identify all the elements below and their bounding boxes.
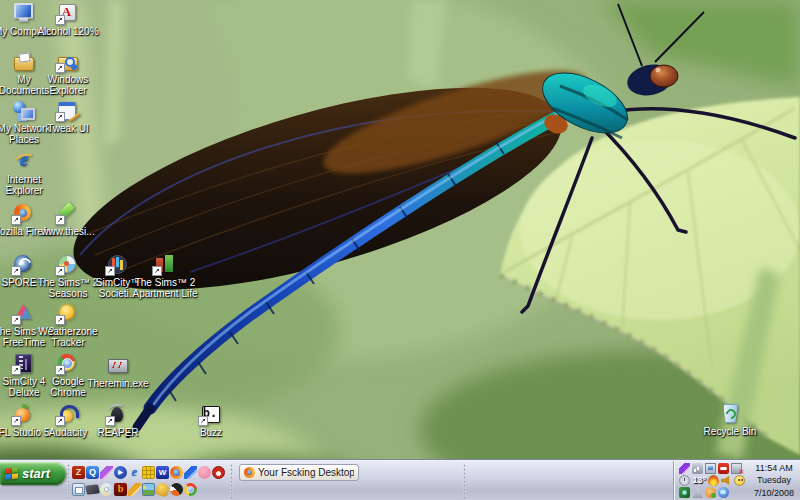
quick-launch-row: [72, 481, 228, 498]
desktop-icon-label: The Sims™ 2 Apartment Life: [132, 277, 198, 299]
fl-studio-icon: [13, 404, 35, 424]
shortcut-arrow-icon: [55, 63, 65, 73]
stylus-tray-icon[interactable]: [679, 463, 690, 474]
start-button[interactable]: start: [0, 462, 66, 485]
recycle-bin-icon: [719, 403, 741, 423]
toolbar-drag-handle[interactable]: [230, 464, 233, 498]
audacity-icon: [57, 404, 79, 424]
toolbar-drag-handle[interactable]: [67, 464, 70, 498]
desktop-icon-weatherzone-tracker[interactable]: Weatherzone Tracker: [35, 303, 101, 348]
media-app-icon[interactable]: [170, 483, 183, 496]
display-tray-icon[interactable]: [705, 463, 716, 474]
sims2-seasons-icon: [57, 254, 79, 274]
word-icon[interactable]: [156, 466, 169, 479]
desktop-icon-label: Theremin.exe: [85, 378, 151, 389]
clock-tray-icon[interactable]: [679, 475, 690, 486]
desktop-icon-label: Alcohol 120%: [35, 26, 101, 37]
network-error-tray-icon[interactable]: [731, 463, 742, 474]
firefox-icon: [244, 467, 255, 478]
desktop-icon-internet-explorer[interactable]: Internet Explorer: [0, 151, 57, 196]
shortcut-arrow-icon: [11, 365, 21, 375]
taskbar-window-button[interactable]: Your Fscking Desktop...: [239, 464, 359, 481]
grid-app-icon[interactable]: [142, 466, 155, 479]
clock-date: 7/10/2008: [750, 487, 798, 500]
internet-explorer-icon[interactable]: [128, 466, 141, 479]
quick-launch-row: [72, 464, 228, 481]
clock-day: Tuesday: [750, 474, 798, 487]
dark-app-icon[interactable]: [85, 484, 100, 494]
desktop-icon-alcohol[interactable]: Alcohol 120%: [35, 3, 101, 37]
desktop-icon-sims2-apartment-life[interactable]: The Sims™ 2 Apartment Life: [132, 254, 198, 299]
gold-pencil-icon[interactable]: [128, 483, 141, 496]
desktop-icon-label: Weatherzone Tracker: [35, 326, 101, 348]
shortcut-arrow-icon: [105, 266, 115, 276]
stylus-icon[interactable]: [100, 466, 113, 479]
wallpaper-damselfly-photo: [0, 0, 800, 460]
desktop-icon-theremin[interactable]: Theremin.exe: [85, 355, 151, 389]
shortcut-arrow-icon: [55, 215, 65, 225]
shortcut-arrow-icon: [55, 266, 65, 276]
media-player-icon[interactable]: [114, 466, 127, 479]
desktop-icon-buzz[interactable]: Buzz: [178, 404, 244, 438]
tray-clock[interactable]: 11:54 AM Tuesday 7/10/2008: [750, 462, 798, 500]
windows-logo-icon: [5, 467, 18, 480]
quick-launch-toolbar: [72, 464, 228, 498]
sims-plumbob-icon: [57, 203, 79, 223]
weatherzone-tracker-icon: [57, 303, 79, 323]
pencil-icon[interactable]: [184, 466, 197, 479]
shortcut-arrow-icon: [55, 15, 65, 25]
opera-icon[interactable]: [212, 466, 225, 479]
shortcut-arrow-icon: [105, 416, 115, 426]
desktop-icon-label: Internet Explorer: [0, 174, 57, 196]
globe-tray-icon[interactable]: [718, 487, 729, 498]
reaper-icon: [107, 404, 129, 424]
shortcut-arrow-icon: [11, 315, 21, 325]
pink-app-icon[interactable]: [198, 466, 211, 479]
flame-tray-icon[interactable]: [708, 475, 719, 486]
chrome-icon: [57, 353, 79, 373]
temperature-reading[interactable]: 13°: [692, 475, 706, 486]
b-app-icon[interactable]: [114, 483, 127, 496]
spore-icon: [13, 254, 35, 274]
image-viewer-icon[interactable]: [142, 483, 155, 496]
cd-burner-icon[interactable]: [100, 483, 113, 496]
shortcut-arrow-icon: [198, 416, 208, 426]
sims2-apartment-life-icon: [154, 254, 176, 274]
my-network-places-icon: [13, 100, 35, 120]
start-button-label: start: [22, 467, 50, 480]
desktop-icon-windows-explorer[interactable]: Windows Explorer: [35, 51, 101, 96]
windows-explorer-icon: [57, 51, 79, 71]
my-documents-icon: [13, 51, 35, 71]
theremin-icon: [107, 355, 129, 375]
internet-explorer-icon: [13, 151, 35, 171]
desktop-icon-label: www.thesi...: [35, 226, 101, 237]
filezilla-icon[interactable]: [72, 466, 85, 479]
volume-tray-icon[interactable]: [721, 475, 732, 486]
orange-app-tray-icon[interactable]: [705, 487, 716, 498]
tweak-ui-icon: [57, 100, 79, 120]
sims2-freetime-icon: [13, 303, 35, 323]
shortcut-arrow-icon: [55, 365, 65, 375]
green-app-tray-icon[interactable]: [679, 487, 690, 498]
tray-row: 13°: [679, 474, 747, 486]
desktop-icon-thesims-website[interactable]: www.thesi...: [35, 203, 101, 237]
desktop: My Computer Alcohol 120% My Documents Wi…: [0, 0, 800, 500]
desktop-icon-tweak-ui[interactable]: Tweak UI: [35, 100, 101, 134]
antenna-tray-icon[interactable]: [692, 487, 703, 498]
smiley-tray-icon[interactable]: [734, 475, 745, 486]
window-button-label: Your Fscking Desktop...: [258, 467, 354, 478]
simcity4-deluxe-icon: [13, 353, 35, 373]
desktop-icon-recycle-bin[interactable]: Recycle Bin: [697, 403, 763, 437]
toolbar-drag-handle[interactable]: [463, 464, 466, 498]
desktop-icon-reaper[interactable]: REAPER: [85, 404, 151, 438]
clock-time: 11:54 AM: [750, 462, 798, 475]
signal-tray-icon[interactable]: [692, 463, 703, 474]
quicktime-icon[interactable]: [86, 466, 99, 479]
show-desktop-icon[interactable]: [72, 483, 85, 496]
chrome-icon[interactable]: [184, 483, 197, 496]
ati-tray-icon[interactable]: [718, 463, 729, 474]
wrench-app-icon[interactable]: [154, 481, 171, 498]
shortcut-arrow-icon: [11, 215, 21, 225]
firefox-icon[interactable]: [170, 466, 183, 479]
shortcut-arrow-icon: [55, 416, 65, 426]
